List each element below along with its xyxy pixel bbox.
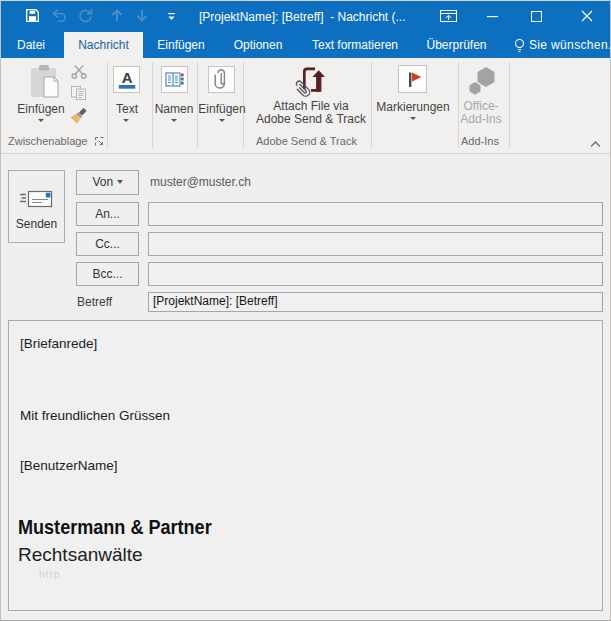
- svg-text:A: A: [122, 69, 133, 86]
